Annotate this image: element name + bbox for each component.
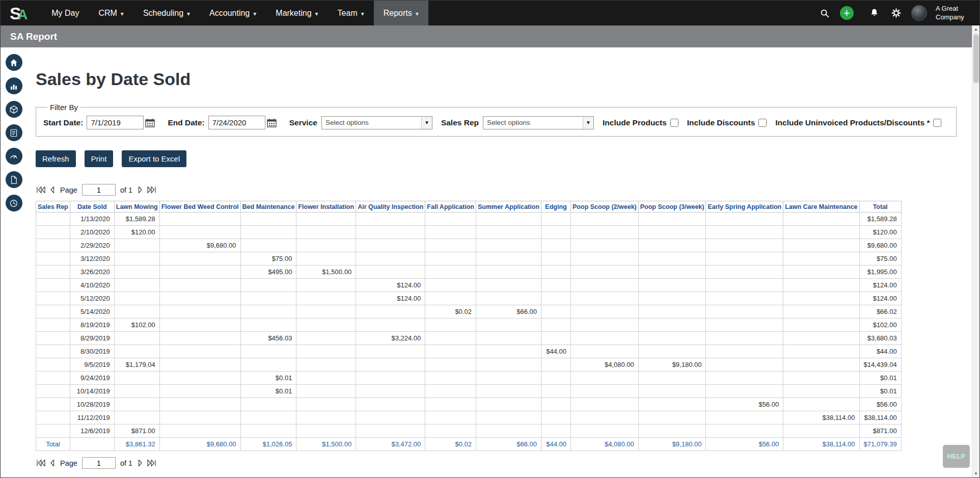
include-products-label: Include Products <box>603 118 667 127</box>
next-page-button[interactable] <box>137 186 144 194</box>
start-date-input[interactable] <box>87 116 144 129</box>
table-cell <box>240 424 296 438</box>
table-cell <box>541 213 571 226</box>
table-cell: $495.00 <box>240 265 296 279</box>
app-logo[interactable]: S A <box>1 1 32 25</box>
settings-button[interactable] <box>889 7 903 20</box>
nav-label-my-day: My Day <box>51 9 79 18</box>
help-button[interactable]: HELP <box>943 445 970 468</box>
table-cell <box>240 398 296 411</box>
total-cell: $4,080.00 <box>571 438 639 451</box>
table-cell <box>706 279 783 292</box>
table-cell <box>36 279 70 292</box>
table-cell <box>114 385 159 398</box>
table-cell <box>36 424 70 438</box>
include-products-checkbox[interactable] <box>670 119 678 127</box>
nav-item-scheduling[interactable]: Scheduling ▾ <box>133 1 200 25</box>
export-excel-button[interactable]: Export to Excel <box>122 150 186 167</box>
table-cell <box>783 424 859 438</box>
prev-page-button[interactable] <box>49 459 56 467</box>
sidebar-item-documents[interactable] <box>6 171 22 188</box>
refresh-button[interactable]: Refresh <box>36 150 76 167</box>
table-cell: $66.02 <box>859 305 901 318</box>
table-cell <box>356 305 425 318</box>
nav-label-crm: CRM <box>98 9 117 18</box>
sales-rep-select[interactable]: Select options ▼ <box>483 116 594 129</box>
sidebar-item-products[interactable] <box>6 101 22 118</box>
include-uninvoiced-checkbox[interactable] <box>933 119 941 127</box>
end-date-input[interactable] <box>208 116 265 129</box>
nav-item-reports[interactable]: Reports ▾ <box>374 1 428 25</box>
page-number-input[interactable] <box>82 184 116 196</box>
end-date-calendar-button[interactable] <box>267 118 277 127</box>
service-select[interactable]: Select options ▼ <box>321 116 432 129</box>
table-row: 12/6/2019$871.00$871.00 <box>36 424 902 438</box>
column-header-bed-maintenance: Bed Maintenance <box>240 201 296 213</box>
first-page-button[interactable] <box>36 186 46 194</box>
table-cell <box>541 226 571 239</box>
table-cell <box>476 292 541 305</box>
table-cell <box>425 345 476 358</box>
table-cell <box>36 358 70 371</box>
scroll-down-arrow-icon[interactable]: ▼ <box>972 470 979 477</box>
start-date-calendar-button[interactable] <box>145 118 155 127</box>
table-cell <box>425 424 476 438</box>
nav-item-marketing[interactable]: Marketing ▾ <box>266 1 328 25</box>
include-uninvoiced-label: Include Uninvoiced Products/Discounts * <box>775 118 930 127</box>
table-cell <box>159 424 240 438</box>
clock-icon <box>9 199 18 208</box>
table-cell <box>114 305 159 318</box>
column-header-date-sold: Date Sold <box>70 201 114 213</box>
scroll-up-arrow-icon[interactable]: ▲ <box>972 25 979 33</box>
column-header-early-spring-application: Early Spring Application <box>706 201 783 213</box>
table-cell <box>638 411 706 424</box>
prev-page-button[interactable] <box>49 186 56 194</box>
table-cell <box>541 424 571 438</box>
table-cell <box>638 226 706 239</box>
table-cell <box>159 213 240 226</box>
table-cell <box>571 226 639 239</box>
sidebar-item-notes[interactable] <box>6 124 22 141</box>
quick-add-button[interactable]: + <box>840 6 854 20</box>
first-page-button[interactable] <box>36 459 46 467</box>
prev-page-icon <box>49 186 55 194</box>
sidebar-item-home[interactable] <box>6 54 22 71</box>
table-cell <box>296 305 356 318</box>
table-cell <box>36 345 70 358</box>
table-cell <box>706 305 783 318</box>
column-header-lawn-mowing: Lawn Mowing <box>114 201 159 213</box>
notifications-button[interactable] <box>867 7 881 20</box>
table-cell <box>571 398 639 411</box>
vertical-scrollbar[interactable]: ▲ ▼ <box>972 25 979 477</box>
last-page-button[interactable] <box>146 186 157 194</box>
table-cell <box>296 371 356 385</box>
search-button[interactable] <box>818 7 831 20</box>
total-cell: $9,180.00 <box>638 438 706 451</box>
table-cell: $1,995.00 <box>859 265 901 279</box>
sidebar-item-charts[interactable] <box>6 77 22 94</box>
table-cell <box>240 226 296 239</box>
table-cell: 8/29/2019 <box>70 332 114 345</box>
company-name: A Great Company <box>936 5 971 21</box>
table-cell <box>240 213 296 226</box>
table-cell <box>476 265 541 279</box>
table-cell <box>783 305 859 318</box>
table-cell <box>36 239 70 252</box>
include-discounts-checkbox[interactable] <box>758 119 767 127</box>
chevron-down-icon: ▾ <box>315 9 318 17</box>
scrollbar-thumb[interactable] <box>973 34 979 83</box>
nav-item-crm[interactable]: CRM ▾ <box>89 1 133 25</box>
user-avatar[interactable] <box>911 5 927 21</box>
nav-item-team[interactable]: Team ▾ <box>328 1 374 25</box>
print-button[interactable]: Print <box>85 150 114 167</box>
table-cell <box>36 213 70 226</box>
page-number-input[interactable] <box>82 457 116 469</box>
nav-item-accounting[interactable]: Accounting ▾ <box>200 1 266 25</box>
table-cell <box>571 213 639 226</box>
next-page-button[interactable] <box>137 459 144 467</box>
sidebar-item-dashboard[interactable] <box>6 148 22 165</box>
sidebar-item-history[interactable] <box>6 195 22 211</box>
last-page-button[interactable] <box>146 459 157 467</box>
nav-item-my-day[interactable]: My Day <box>42 1 89 25</box>
table-row: 5/14/2020$0.02$66.00$66.02 <box>36 305 902 318</box>
